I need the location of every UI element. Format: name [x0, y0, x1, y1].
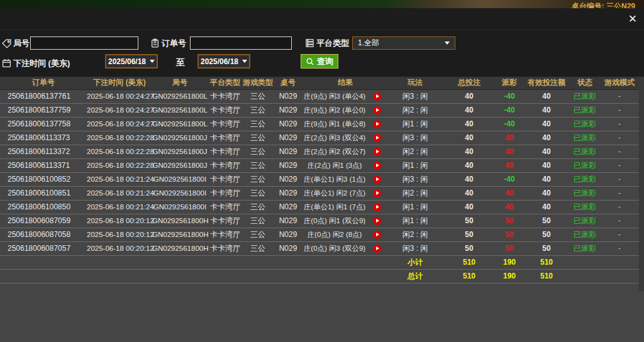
- cell-payout: -40: [496, 172, 523, 186]
- cell-total-bet: 40: [443, 145, 496, 158]
- table-row: 250618006137758 2025-06-18 00:24:27 GN02…: [0, 117, 639, 131]
- cell-platform: 卡卡湾厅: [208, 145, 243, 158]
- replay-icon[interactable]: [373, 217, 381, 225]
- cell-valid-bet: 40: [523, 200, 570, 214]
- cell-time: 2025-06-18 00:22:28: [87, 158, 152, 172]
- cell-play-type: 闲2 : 闲: [387, 103, 443, 117]
- cell-order: 250618006137761: [0, 89, 87, 103]
- close-icon[interactable]: ×: [625, 11, 640, 27]
- col-header-game-type: 游戏类型: [243, 77, 273, 89]
- cell-valid-bet: 50: [523, 214, 570, 228]
- replay-icon[interactable]: [373, 120, 381, 128]
- cell-mode: -: [600, 117, 639, 131]
- cell-valid-bet: 40: [523, 186, 570, 200]
- cell-payout: 50: [496, 214, 523, 228]
- order-number-input[interactable]: [190, 36, 292, 50]
- cell-order: 250618006087057: [0, 241, 87, 255]
- cell-desk: N029: [273, 186, 303, 200]
- cell-round: GN0292561800I: [152, 172, 208, 186]
- calendar-icon: [2, 58, 11, 68]
- replay-icon[interactable]: [373, 245, 381, 253]
- replay-icon[interactable]: [373, 175, 381, 184]
- cell-payout: -40: [496, 103, 523, 117]
- platform-type-label: 平台类型: [316, 38, 349, 49]
- cell-payout: -40: [496, 117, 523, 131]
- round-number-input[interactable]: [30, 36, 138, 50]
- to-label: 至: [176, 57, 185, 69]
- cell-replay: [366, 241, 387, 255]
- replay-icon[interactable]: [373, 106, 381, 114]
- cell-game-type: 三公: [243, 172, 273, 186]
- date-to-picker[interactable]: 2025/06/18: [197, 54, 250, 69]
- cell-desk: N029: [273, 214, 303, 228]
- cell-order: 250618006113372: [0, 145, 87, 158]
- table-row: 250618006113373 2025-06-18 00:22:28 GN02…: [0, 131, 639, 145]
- cell-desk: N029: [273, 200, 303, 214]
- cell-game-type: 三公: [243, 131, 273, 145]
- platform-type-select[interactable]: 1.全部: [352, 36, 455, 50]
- cell-desk: N029: [273, 145, 303, 158]
- table-row: 250618006137759 2025-06-18 00:24:27 GN02…: [0, 103, 639, 117]
- cell-valid-bet: 40: [523, 103, 570, 117]
- cell-desk: N029: [273, 158, 303, 172]
- platform-type-value: 1.全部: [358, 38, 379, 48]
- total-spacer: [570, 269, 639, 283]
- round-number-label: 局号: [13, 38, 30, 49]
- replay-icon[interactable]: [373, 92, 381, 101]
- col-header-payout: 派彩: [496, 77, 523, 89]
- cell-order: 250618006113371: [0, 158, 87, 172]
- cell-game-type: 三公: [243, 214, 273, 228]
- total-row: 总计 510 190 510: [0, 269, 639, 283]
- cell-platform: 卡卡湾厅: [208, 200, 243, 214]
- cell-payout: 40: [496, 186, 523, 200]
- cell-mode: -: [600, 228, 639, 241]
- platform-stack-icon: [305, 38, 314, 48]
- cell-result: 庄(2点) 闲2 (双公7): [303, 145, 366, 158]
- replay-icon[interactable]: [373, 134, 381, 142]
- replay-icon[interactable]: [373, 148, 381, 156]
- cell-round: GN0292561800H: [152, 241, 208, 255]
- cell-game-type: 三公: [243, 89, 273, 103]
- cell-valid-bet: 40: [523, 158, 570, 172]
- cell-replay: [366, 172, 387, 186]
- cell-game-type: 三公: [243, 145, 273, 158]
- subtotal-label: 小计: [387, 255, 443, 269]
- clipboard-icon: [150, 38, 160, 48]
- cell-mode: -: [600, 200, 639, 214]
- table-row: 250618006087057 2025-06-18 00:20:12 GN02…: [0, 241, 639, 255]
- bet-time-label: 下注时间 (美东): [13, 58, 70, 69]
- cell-game-type: 三公: [243, 200, 273, 214]
- cell-round: GN0292561800J: [152, 158, 208, 172]
- cell-payout: 50: [496, 228, 523, 241]
- cell-round: GN0292561800H: [152, 214, 208, 228]
- date-from-value: 2025/06/18: [108, 57, 146, 66]
- scrollbar-track[interactable]: [639, 77, 644, 291]
- cell-mode: -: [600, 145, 639, 158]
- date-from-picker[interactable]: 2025/06/18: [105, 54, 158, 69]
- cell-time: 2025-06-18 00:24:27: [87, 103, 152, 117]
- cell-desk: N029: [273, 172, 303, 186]
- replay-icon[interactable]: [373, 162, 381, 170]
- cell-round: GN0292561800I: [152, 186, 208, 200]
- cell-play-type: 闲3 : 闲: [387, 241, 443, 255]
- cell-mode: -: [600, 89, 639, 103]
- cell-round: GN0292561800L: [152, 117, 208, 131]
- cell-play-type: 闲2 : 闲: [387, 228, 443, 241]
- subtotal-spacer: [0, 255, 387, 269]
- status-badge: 已派彩: [574, 175, 596, 184]
- replay-icon[interactable]: [373, 231, 381, 239]
- search-button[interactable]: 查询: [301, 54, 338, 69]
- cell-payout: 40: [496, 200, 523, 214]
- cell-order: 250618006100850: [0, 200, 87, 214]
- replay-icon[interactable]: [373, 189, 381, 197]
- total-label: 总计: [387, 269, 443, 283]
- cell-desk: N029: [273, 89, 303, 103]
- cell-game-type: 三公: [243, 186, 273, 200]
- replay-icon[interactable]: [373, 203, 381, 211]
- table-row: 250618006100850 2025-06-18 00:21:24 GN02…: [0, 200, 639, 214]
- cell-order: 250618006137759: [0, 103, 87, 117]
- cell-order: 250618006100852: [0, 172, 87, 186]
- cell-round: GN0292561800J: [152, 131, 208, 145]
- cell-desk: N029: [273, 103, 303, 117]
- status-badge: 已派彩: [574, 161, 596, 170]
